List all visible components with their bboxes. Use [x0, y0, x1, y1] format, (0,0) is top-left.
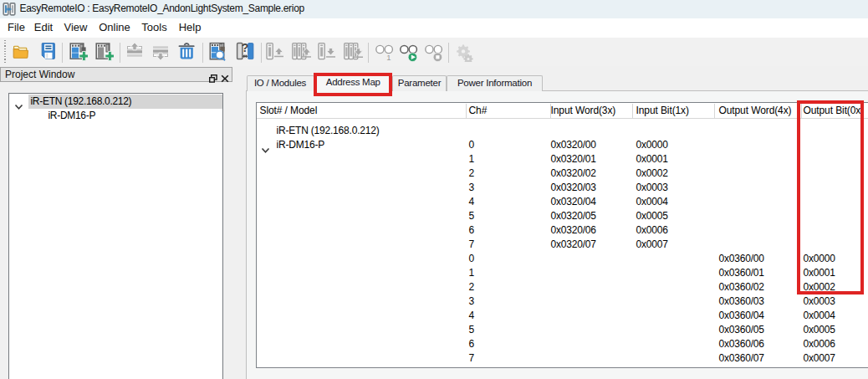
table-row[interactable]: 30x0320/030x0003 — [257, 181, 868, 195]
column-header-3[interactable]: Input Bit(1x) — [636, 103, 689, 119]
menu-tools[interactable]: Tools — [138, 18, 171, 38]
project-window-titlebar: Project Window — [0, 67, 232, 82]
cell-ch: 2 — [469, 280, 474, 294]
table-row[interactable]: 70x0320/070x0007 — [257, 238, 868, 252]
table-row[interactable]: iR-DM16-P00x0320/000x0000 — [257, 138, 868, 152]
cell-ch: 0 — [469, 138, 474, 152]
settings-button[interactable] — [454, 42, 474, 62]
cell-ib: 0x0002 — [636, 166, 668, 181]
cell-ow: 0x0360/03 — [719, 294, 764, 309]
cell-ch: 3 — [469, 294, 474, 309]
menu-help[interactable]: Help — [175, 18, 206, 38]
cell-iw: 0x0320/06 — [551, 223, 596, 238]
menu-view[interactable]: View — [61, 18, 91, 38]
table-row[interactable]: 50x0320/050x0005 — [257, 209, 868, 223]
menu-file[interactable]: File — [3, 18, 29, 38]
cell-iw: 0x0320/00 — [551, 138, 596, 152]
tree-expander-icon[interactable] — [14, 99, 23, 105]
scan-modules-button[interactable] — [207, 42, 227, 62]
toolbar-grip[interactable] — [4, 40, 6, 64]
tab-io-modules[interactable]: IO / Modules — [247, 75, 314, 91]
toolbar-separator — [120, 43, 120, 63]
cell-ow: 0x0360/02 — [719, 280, 764, 294]
column-divider[interactable] — [714, 104, 715, 118]
float-panel-icon[interactable] — [209, 71, 217, 79]
toolbar-separator — [62, 43, 63, 63]
cell-ib: 0x0004 — [636, 195, 668, 209]
table-row[interactable]: 50x0360/050x0005 — [257, 323, 868, 337]
download-all-button[interactable] — [344, 42, 364, 62]
column-header-4[interactable]: Output Word(4x) — [719, 103, 792, 119]
toolbar: ? 1 — [0, 38, 868, 66]
cell-ch: 5 — [469, 209, 474, 223]
tab-power-information[interactable]: Power Information — [447, 75, 543, 91]
tree-item-ir-dm16p[interactable]: iR-DM16-P — [49, 109, 96, 123]
table-row[interactable]: 40x0320/040x0004 — [257, 195, 868, 209]
table-row[interactable]: 10x0320/010x0001 — [257, 152, 868, 166]
column-header-0[interactable]: Slot# / Model — [260, 103, 318, 119]
cell-iw: 0x0320/07 — [551, 238, 596, 252]
toolbar-separator — [202, 43, 203, 63]
add-module-button[interactable] — [94, 42, 114, 62]
table-header: Slot# / ModelCh#Input Word(3x)Input Bit(… — [257, 103, 868, 119]
connect-single-button[interactable]: 1 — [374, 42, 394, 62]
cell-ch: 7 — [469, 351, 474, 366]
svg-text:1: 1 — [386, 53, 391, 62]
disconnect-button[interactable] — [423, 42, 443, 62]
app-icon — [3, 3, 16, 16]
cell-ib: 0x0001 — [636, 152, 668, 166]
tab-label: Power Information — [447, 76, 542, 90]
cell-ow: 0x0360/01 — [719, 266, 764, 280]
column-divider[interactable] — [550, 104, 551, 118]
tree-item-ir-etn[interactable]: iR-ETN (192.168.0.212) — [31, 95, 132, 109]
table-row[interactable]: 60x0320/060x0006 — [257, 223, 868, 238]
upload-module-button[interactable] — [265, 42, 285, 62]
connect-run-button[interactable] — [398, 42, 418, 62]
cell-ch: 2 — [469, 166, 474, 181]
cell-ch: 0 — [469, 252, 474, 266]
toolbar-separator — [261, 43, 262, 63]
menu-online[interactable]: Online — [95, 18, 134, 38]
menu-edit[interactable]: Edit — [31, 18, 56, 38]
svg-text:?: ? — [241, 42, 248, 54]
move-up-button[interactable] — [125, 42, 145, 62]
row-expander-icon[interactable] — [261, 142, 270, 149]
cell-ib: 0x0007 — [636, 238, 668, 252]
save-project-button[interactable] — [38, 42, 58, 62]
cell-iw: 0x0320/03 — [551, 181, 596, 195]
cell-slot: iR-DM16-P — [277, 138, 325, 152]
cell-ib: 0x0006 — [636, 223, 668, 238]
upload-all-button[interactable] — [292, 42, 312, 62]
add-coupler-button[interactable] — [68, 42, 88, 62]
identify-module-button[interactable]: ? — [235, 42, 255, 62]
table-row[interactable]: 20x0320/020x0002 — [257, 166, 868, 181]
download-module-button[interactable] — [317, 42, 337, 62]
cell-ch: 6 — [469, 337, 474, 351]
table-row[interactable]: 70x0360/070x0007 — [257, 351, 868, 366]
table-row[interactable]: 10x0360/010x0001 — [257, 266, 868, 280]
cell-ob: 0x0003 — [804, 294, 835, 309]
table-row[interactable]: 40x0360/040x0004 — [257, 309, 868, 323]
cell-ow: 0x0360/06 — [719, 337, 764, 351]
column-divider[interactable] — [466, 104, 467, 118]
annotation-output-bit-column — [797, 100, 864, 294]
cell-ch: 6 — [469, 223, 474, 238]
app-window: EasyRemoteIO : EasyRemoteIO_AndonLightSy… — [0, 0, 868, 379]
table-row[interactable]: iR-ETN (192.168.0.212) — [257, 124, 868, 138]
open-project-button[interactable] — [10, 42, 30, 62]
table-row[interactable]: 60x0360/060x0006 — [257, 337, 868, 351]
cell-ow: 0x0360/00 — [719, 252, 764, 266]
delete-button[interactable] — [176, 42, 197, 62]
table-row[interactable]: 20x0360/020x0002 — [257, 280, 868, 294]
cell-slot: iR-ETN (192.168.0.212) — [277, 124, 380, 138]
column-header-2[interactable]: Input Word(3x) — [551, 103, 616, 119]
table-row[interactable]: 00x0360/000x0000 — [257, 252, 868, 266]
tab-parameter[interactable]: Parameter — [392, 75, 447, 91]
column-divider[interactable] — [632, 104, 633, 118]
cell-ch: 4 — [469, 195, 474, 209]
cell-ch: 5 — [469, 323, 474, 337]
column-header-1[interactable]: Ch# — [469, 103, 488, 119]
table-row[interactable]: 30x0360/030x0003 — [257, 294, 868, 309]
move-down-button[interactable] — [151, 42, 171, 62]
close-panel-icon[interactable] — [221, 71, 229, 79]
